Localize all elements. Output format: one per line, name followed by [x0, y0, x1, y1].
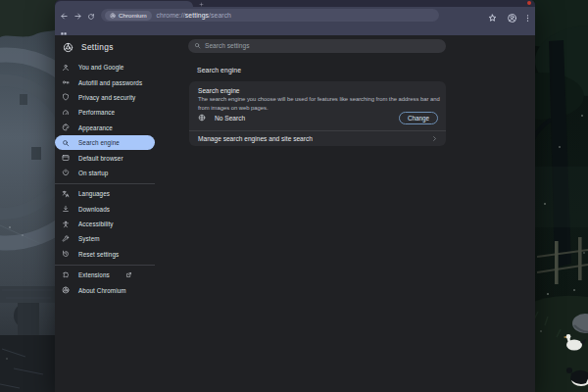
settings-main: Search settings Search engine Search eng…	[188, 35, 535, 392]
bookmark-button[interactable]	[487, 10, 498, 21]
browser-menu-button[interactable]	[523, 10, 532, 21]
manage-search-engines-row[interactable]: Manage search engines and site search	[189, 131, 446, 146]
sidebar-item-search-engine[interactable]: Search engine	[55, 135, 155, 150]
current-engine-value: No Search	[215, 115, 245, 122]
search-icon	[62, 139, 70, 147]
current-engine-row: No Search Change	[198, 109, 438, 126]
chromium-icon	[62, 286, 70, 294]
sidebar-item-label: System	[78, 235, 100, 242]
download-icon	[62, 205, 70, 213]
sidebar-item-label: Default browser	[78, 155, 123, 162]
accessibility-icon	[62, 220, 70, 228]
wrench-icon	[62, 235, 70, 243]
sidebar-item-label: On startup	[78, 170, 108, 176]
back-button[interactable]	[58, 10, 70, 22]
url-scheme: chrome://	[157, 12, 185, 19]
sidebar-item-system[interactable]: System	[55, 231, 155, 246]
sidebar-item-on-startup[interactable]: On startup	[55, 166, 155, 180]
sidebar-item-label: Accessibility	[78, 220, 114, 227]
sidebar-item-autofill-and-passwords[interactable]: Autofill and passwords	[55, 74, 155, 89]
browser-window: Chromium chrome://settings/search Settin…	[55, 0, 535, 392]
key-icon	[62, 78, 70, 86]
sidebar-item-label: Performance	[78, 109, 115, 116]
external-link-icon	[125, 271, 132, 278]
settings-search-placeholder: Search settings	[205, 42, 249, 49]
reset-icon	[62, 250, 70, 258]
manage-row-label: Manage search engines and site search	[198, 135, 313, 142]
desktop: { "toolbar": { "chip_label": "Chromium",…	[0, 0, 588, 392]
settings-nav: You and GoogleAutofill and passwordsPriv…	[55, 60, 188, 298]
reload-icon	[87, 7, 95, 24]
sidebar-item-label: Search engine	[78, 139, 120, 146]
search-engine-card: Search engine The search engine you choo…	[189, 81, 446, 146]
sidebar-item-languages[interactable]: Languages	[55, 186, 155, 201]
sidebar-divider	[55, 265, 155, 266]
sidebar-item-accessibility[interactable]: Accessibility	[55, 217, 155, 231]
sidebar-item-label: Downloads	[78, 206, 110, 213]
puzzle-icon	[62, 271, 70, 279]
settings-search-input[interactable]: Search settings	[188, 39, 446, 53]
sidebar-item-label: You and Google	[78, 64, 123, 71]
palette-icon	[62, 123, 70, 131]
globe-icon	[198, 114, 206, 122]
sidebar-item-reset-settings[interactable]: Reset settings	[55, 247, 155, 262]
settings-page: Settings You and GoogleAutofill and pass…	[55, 35, 535, 392]
tab-strip	[55, 0, 535, 7]
sidebar-item-performance[interactable]: Performance	[55, 105, 155, 120]
section-heading: Search engine	[197, 67, 241, 74]
change-button[interactable]: Change	[399, 112, 438, 124]
sidebar-item-default-browser[interactable]: Default browser	[55, 150, 155, 165]
sidebar-item-label: Reset settings	[78, 251, 119, 258]
url-host: settings	[185, 12, 209, 19]
site-chip[interactable]: Chromium	[105, 11, 152, 21]
red-indicator-dot	[527, 1, 531, 5]
browser-icon	[62, 154, 70, 162]
back-icon	[60, 7, 69, 24]
sidebar-item-label: Extensions	[78, 271, 110, 278]
address-bar[interactable]: Chromium chrome://settings/search	[101, 9, 439, 22]
sidebar-item-label: Languages	[78, 190, 110, 197]
person-icon	[62, 64, 70, 72]
forward-icon	[74, 7, 82, 24]
sidebar-item-downloads[interactable]: Downloads	[55, 202, 155, 217]
chromium-logo-icon	[110, 13, 116, 19]
chevron-right-icon	[431, 135, 438, 142]
search-icon	[194, 42, 201, 49]
sidebar-item-label: Appearance	[78, 124, 113, 131]
url-text: chrome://settings/search	[157, 12, 231, 19]
sidebar-item-label: Autofill and passwords	[78, 79, 142, 86]
sidebar-item-extensions[interactable]: Extensions	[55, 268, 155, 282]
sidebar-item-about-chromium[interactable]: About Chromium	[55, 282, 155, 297]
chromium-logo-icon	[63, 42, 74, 53]
sidebar-item-label: Privacy and security	[78, 94, 135, 101]
sidebar-item-you-and-google[interactable]: You and Google	[55, 60, 155, 74]
profile-button[interactable]	[507, 10, 517, 21]
url-path: /search	[209, 12, 231, 19]
settings-sidebar: Settings You and GoogleAutofill and pass…	[55, 35, 188, 392]
sidebar-item-label: About Chromium	[78, 287, 126, 294]
shield-icon	[62, 93, 70, 101]
settings-title: Settings	[81, 42, 114, 52]
power-icon	[62, 169, 70, 176]
sidebar-divider	[55, 183, 155, 184]
site-chip-label: Chromium	[119, 12, 147, 19]
sidebar-item-privacy-and-security[interactable]: Privacy and security	[55, 90, 155, 105]
apps-shortcut-button[interactable]	[60, 25, 68, 33]
sidebar-item-appearance[interactable]: Appearance	[55, 121, 155, 135]
bookmarks-bar	[55, 24, 535, 35]
forward-button[interactable]	[72, 10, 83, 22]
card-title: Search engine	[198, 87, 240, 94]
speedometer-icon	[62, 109, 70, 117]
navigation-row: Chromium chrome://settings/search	[55, 7, 535, 24]
plus-icon	[198, 2, 204, 7]
translate-icon	[62, 190, 70, 198]
reload-button[interactable]	[85, 10, 97, 22]
browser-toolbar: Chromium chrome://settings/search	[55, 7, 535, 35]
settings-header: Settings	[55, 39, 188, 55]
